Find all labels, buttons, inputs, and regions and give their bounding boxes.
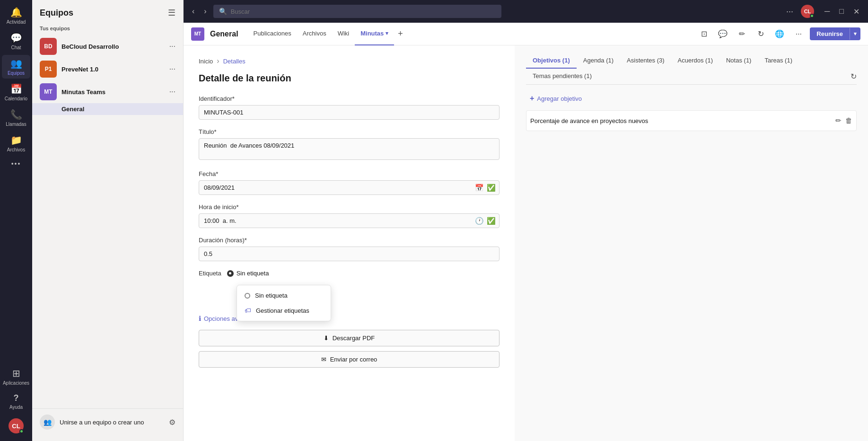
nav-label-actividad: Actividad (7, 19, 26, 25)
fecha-icons: 📅 ✅ (475, 184, 496, 192)
tabs-row: Objetivos (1) Agenda (1) Asistentes (3) … (526, 53, 857, 85)
team-more-minutas[interactable]: ··· (169, 88, 175, 96)
nav-item-equipos[interactable]: 👥 Equipos (2, 55, 30, 79)
team-more-prevenet[interactable]: ··· (169, 65, 175, 73)
form-panel: Inicio › Detalles Detalle de la reunión … (184, 45, 515, 441)
nav-label-llamadas: Llamadas (6, 122, 26, 127)
edit-objetivo-button[interactable]: ✏ (835, 116, 842, 125)
etiqueta-radio-option[interactable]: Sin etiqueta (227, 270, 269, 277)
calendar-icon[interactable]: 📅 (475, 184, 484, 192)
topbar-online-dot (810, 14, 814, 18)
tab-objetivos[interactable]: Objetivos (1) (526, 53, 577, 69)
objetivo-actions: ✏ 🗑 (835, 116, 852, 125)
actividad-icon: 🔔 (10, 7, 22, 18)
nav-item-chat[interactable]: 💬 Chat (2, 29, 30, 53)
back-button[interactable]: ‹ (189, 5, 197, 18)
team-name-prevenet: PreveNet 1.0 (61, 66, 165, 73)
join-team-text: Unirse a un equipo o crear uno (60, 419, 164, 426)
nav-item-archivos[interactable]: 📁 Archivos (2, 132, 30, 155)
nav-label-ayuda: Ayuda (9, 405, 23, 410)
reunirse-button[interactable]: Reunirse ▾ (810, 27, 860, 40)
search-bar: 🔍 (213, 5, 502, 18)
topbar-more-icon[interactable]: ··· (786, 7, 793, 17)
input-hora[interactable] (199, 213, 500, 228)
filter-icon[interactable]: ☰ (168, 8, 175, 18)
input-titulo[interactable] (199, 138, 500, 160)
tab-notas[interactable]: Notas (1) (719, 53, 758, 69)
dropdown-item-sin-etiqueta[interactable]: Sin etiqueta (237, 288, 331, 303)
tab-publicaciones[interactable]: Publicaciones (248, 23, 297, 45)
team-name-minutas: Minutas Teams (61, 88, 165, 96)
nav-label-equipos: Equipos (8, 71, 25, 76)
input-fecha[interactable] (199, 180, 500, 195)
tab-tareas[interactable]: Tareas (1) (758, 53, 799, 69)
add-tab-button[interactable]: + (394, 29, 407, 39)
tab-asistentes[interactable]: Asistentes (3) (620, 53, 671, 69)
form-group-identificador: Identificador* (199, 95, 500, 120)
close-button[interactable]: ✕ (850, 5, 862, 18)
nav-item-actividad[interactable]: 🔔 Actividad (2, 4, 30, 27)
sidebar: Equipos ☰ Tus equipos BD BeCloud Desarro… (32, 0, 184, 441)
descargar-pdf-button[interactable]: ⬇ Descargar PDF (199, 330, 500, 346)
nav-item-ayuda[interactable]: ? Ayuda (2, 390, 30, 413)
breadcrumb-inicio[interactable]: Inicio (199, 58, 213, 65)
etiqueta-label: Etiqueta (199, 270, 221, 277)
enviar-correo-label: Enviar por correo (330, 356, 377, 363)
more-options-button[interactable]: ··· (791, 26, 806, 42)
team-avatar-becloud: BD (40, 38, 57, 55)
input-identificador[interactable] (199, 105, 500, 120)
maximize-button[interactable]: □ (836, 5, 847, 18)
form-group-titulo: Título* (199, 128, 500, 162)
page-title: Detalle de la reunión (199, 73, 500, 84)
etiqueta-option-label: Sin etiqueta (237, 270, 269, 277)
nav-label-archivos: Archivos (7, 147, 25, 152)
team-more-becloud[interactable]: ··· (169, 42, 175, 51)
reunirse-chevron[interactable]: ▾ (850, 28, 860, 40)
refresh-button[interactable]: ↻ (753, 26, 768, 42)
search-icon: 🔍 (219, 8, 227, 15)
aplicaciones-icon: ⊞ (12, 368, 20, 379)
nav-item-more[interactable]: ••• (2, 157, 30, 170)
input-duracion[interactable] (199, 247, 500, 261)
avatar[interactable]: CL (9, 418, 24, 433)
globe-button[interactable]: 🌐 (772, 26, 787, 42)
tab-minutas[interactable]: Minutas ▾ (355, 23, 394, 45)
archivos-icon: 📁 (10, 134, 22, 146)
mail-icon: ✉ (321, 356, 326, 363)
nav-label-aplicaciones: Aplicaciones (3, 380, 29, 386)
tab-archivos[interactable]: Archivos (297, 23, 332, 45)
edit-button[interactable]: ✏ (734, 26, 749, 42)
team-item-minutas[interactable]: MT Minutas Teams ··· (32, 80, 183, 103)
nav-item-llamadas[interactable]: 📞 Llamadas (2, 106, 30, 130)
team-item-becloud[interactable]: BD BeCloud Desarrollo ··· (32, 35, 183, 58)
tab-wiki[interactable]: Wiki (332, 23, 355, 45)
tab-temas-pendientes[interactable]: Temas pendientes (1) (526, 69, 598, 84)
nav-item-aplicaciones[interactable]: ⊞ Aplicaciones (2, 365, 30, 388)
form-group-hora: Hora de inicio* 🕐 ✅ (199, 203, 500, 228)
form-group-fecha: Fecha* 📅 ✅ (199, 170, 500, 195)
channel-name: General (210, 30, 238, 38)
enviar-correo-button[interactable]: ✉ Enviar por correo (199, 351, 500, 368)
tab-agenda[interactable]: Agenda (1) (577, 53, 620, 69)
minimize-button[interactable]: ─ (822, 5, 833, 18)
tab-acuerdos[interactable]: Acuerdos (1) (671, 53, 719, 69)
label-fecha: Fecha* (199, 170, 500, 177)
conversation-button[interactable]: 💬 (715, 26, 730, 42)
team-item-prevenet[interactable]: P1 PreveNet 1.0 ··· (32, 58, 183, 80)
clock-icon[interactable]: 🕐 (475, 217, 484, 225)
search-channel-button[interactable]: ⊡ (696, 26, 711, 42)
search-input[interactable] (231, 8, 496, 15)
add-objetivo-button[interactable]: + Agregar objetivo (526, 92, 857, 105)
plus-icon: + (530, 94, 534, 103)
tabs-refresh-icon[interactable]: ↻ (850, 72, 857, 81)
topbar-avatar[interactable]: CL (801, 5, 814, 18)
sidebar-bottom: 👥 Unirse a un equipo o crear uno ⚙ (32, 408, 183, 435)
nav-item-calendario[interactable]: 📅 Calendario (2, 80, 30, 104)
forward-button[interactable]: › (201, 5, 209, 18)
channel-item-general[interactable]: General (32, 103, 183, 115)
dropdown-item-gestionar[interactable]: 🏷 Gestionar etiquetas (237, 303, 331, 318)
delete-objetivo-button[interactable]: 🗑 (845, 116, 852, 125)
tab-actions: ↻ (850, 72, 857, 81)
settings-icon[interactable]: ⚙ (169, 418, 175, 427)
hora-icons: 🕐 ✅ (475, 217, 496, 225)
